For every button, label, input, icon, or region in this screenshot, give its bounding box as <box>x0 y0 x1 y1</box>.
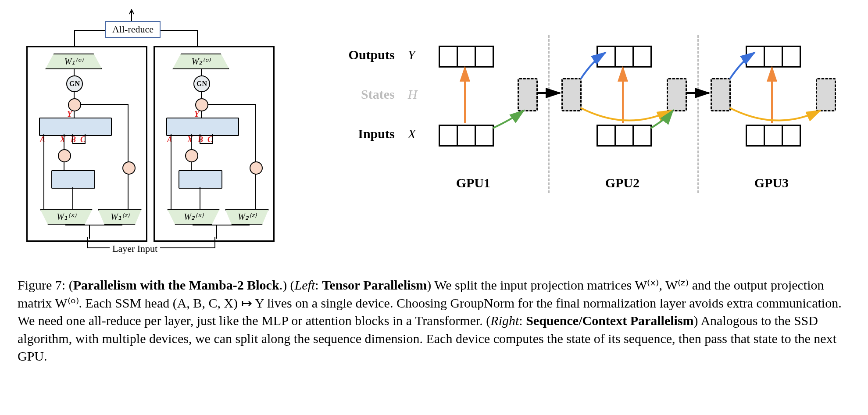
tp-device-2: W₂⁽ᵒ⁾ GN Y A X B C <box>154 46 275 242</box>
sp-arrows <box>325 9 851 193</box>
w-output-1: W₁⁽ᵒ⁾ <box>45 54 102 69</box>
caption-right-tag: Right <box>490 313 519 328</box>
tensor-parallelism-diagram: All-reduce W₁⁽ᵒ⁾ GN Y A X B C <box>18 9 298 263</box>
caption-title: Parallelism with the Mamba-2 Block <box>73 278 279 292</box>
w-input-z-1: W₁⁽ᶻ⁾ <box>98 209 142 225</box>
gpu2-label: GPU2 <box>605 175 639 190</box>
figure-caption: Figure 7: (Parallelism with the Mamba-2 … <box>18 276 850 365</box>
caption-left-name: Tensor Parallelism <box>322 278 427 292</box>
figure-number: Figure 7: <box>18 278 65 292</box>
output-chunk <box>439 46 494 68</box>
gpu-separator <box>697 35 699 193</box>
input-chunk <box>597 125 652 147</box>
state-out <box>816 78 836 111</box>
gpu1-label: GPU1 <box>456 175 490 190</box>
ssm-top-block <box>39 118 112 136</box>
inputs-label: Inputs <box>325 126 395 141</box>
x-label: X <box>187 135 193 144</box>
y-symbol: Y <box>408 47 415 62</box>
state-out <box>667 78 687 111</box>
allreduce-label: All-reduce <box>105 21 161 38</box>
gpu-separator <box>548 35 550 193</box>
ssm-top-block <box>166 118 239 136</box>
multiply-icon <box>58 149 71 162</box>
w-output-2: W₂⁽ᵒ⁾ <box>172 54 229 69</box>
w-input-z-2: W₂⁽ᶻ⁾ <box>225 209 269 225</box>
x-symbol: X <box>408 126 416 141</box>
groupnorm-icon: GN <box>66 75 83 92</box>
input-chunk <box>746 125 801 147</box>
state-out <box>518 78 538 111</box>
a-label: A <box>167 135 172 144</box>
multiply-icon <box>122 161 136 175</box>
w-input-x-1: W₁⁽ˣ⁾ <box>40 209 93 225</box>
ssm-bottom-block <box>179 170 222 189</box>
multiply-icon <box>250 161 263 175</box>
layer-input-label: Layer Input <box>110 242 160 255</box>
tp-device-1: W₁⁽ᵒ⁾ GN Y A X B C <box>26 46 147 242</box>
caption-right-name: Sequence/Context Parallelism <box>526 313 693 328</box>
output-chunk <box>597 46 652 68</box>
states-label: States <box>325 87 395 102</box>
multiply-icon <box>185 149 198 162</box>
groupnorm-icon: GN <box>193 75 210 92</box>
input-chunk <box>439 125 494 147</box>
sequence-parallelism-diagram: Outputs States Inputs Y H X <box>325 9 850 272</box>
gpu3-label: GPU3 <box>754 175 789 190</box>
caption-left-tag: Left <box>295 278 315 292</box>
ssm-bottom-block <box>51 170 95 189</box>
outputs-label: Outputs <box>325 47 395 62</box>
x-label: X <box>60 135 65 144</box>
output-chunk <box>746 46 801 68</box>
state-in <box>711 78 731 111</box>
a-label: A <box>40 135 45 144</box>
h-symbol: H <box>408 87 418 102</box>
state-in <box>561 78 582 111</box>
w-input-x-2: W₂⁽ˣ⁾ <box>167 209 220 225</box>
